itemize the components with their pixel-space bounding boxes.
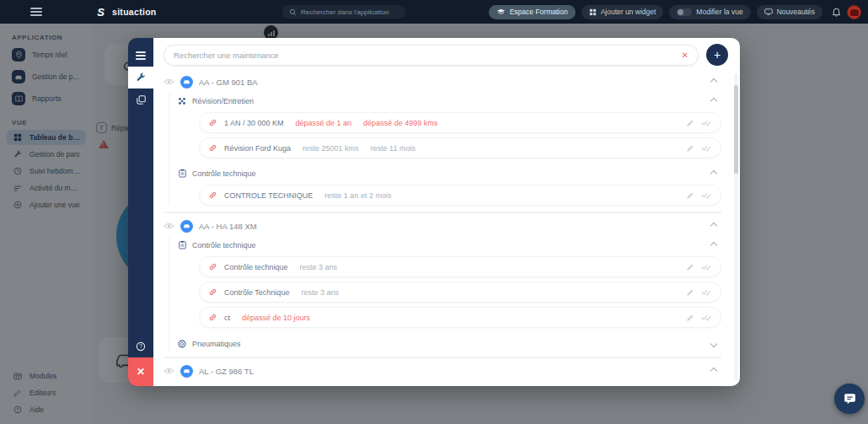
modal-menu-icon[interactable]	[128, 45, 153, 67]
vehicle-plate: AA - HA 148 XM	[199, 222, 257, 231]
menu-icon[interactable]	[30, 8, 42, 16]
modal-body: Rechercher une maintenance ✕ + AA - GM 9…	[153, 38, 740, 386]
modal-help-icon[interactable]: ?	[128, 335, 153, 357]
section-header[interactable]: Pneumatiques	[177, 336, 721, 351]
layers-copy-icon	[137, 95, 146, 105]
section-header[interactable]: Révision/Entretien	[177, 383, 721, 386]
vehicle-group-header[interactable]: AA - GM 901 BA	[163, 73, 721, 90]
clipboard-icon	[177, 169, 187, 178]
chevron-up-icon[interactable]	[710, 241, 717, 248]
edit-view-toggle-button[interactable]: Modifier la vue	[669, 5, 750, 19]
section-header[interactable]: Contrôle technique	[177, 238, 721, 252]
chevron-up-icon[interactable]	[710, 223, 717, 229]
widget-grid-icon	[589, 8, 597, 16]
chevron-up-icon[interactable]	[710, 368, 717, 374]
maintenance-search-input[interactable]: Rechercher une maintenance ✕	[163, 45, 699, 66]
vehicle-avatar	[180, 76, 193, 89]
add-widget-label: Ajouter un widget	[601, 8, 656, 16]
modal-tab-maintenance[interactable]	[128, 67, 153, 89]
chevron-up-icon[interactable]	[710, 97, 717, 104]
vehicle-avatar	[180, 220, 193, 233]
validate-double-check-icon[interactable]	[701, 263, 712, 271]
maintenance-row[interactable]: Contrôle technique reste 3 ans	[199, 256, 721, 277]
maintenance-row[interactable]: Contrôle Technique reste 3 ans	[199, 282, 721, 303]
edit-pencil-icon[interactable]	[686, 263, 694, 271]
link-icon	[208, 287, 217, 297]
maintenance-row[interactable]: ct dépassé de 10 jours	[199, 307, 721, 328]
status-remaining: reste 1 an et 2 mois	[324, 191, 391, 200]
maintenance-type-icon	[177, 386, 187, 387]
espace-formation-label: Espace Formation	[510, 8, 568, 16]
validate-double-check-icon[interactable]	[701, 191, 712, 199]
maintenance-row[interactable]: Révision Ford Kuga reste 25001 kms reste…	[199, 137, 721, 158]
chevron-down-icon[interactable]	[710, 340, 717, 346]
maintenance-list: AA - GM 901 BA Révision/Entretien 1 AN /…	[163, 69, 728, 386]
news-button[interactable]: Nouveautés	[757, 5, 822, 19]
vehicle-group-header[interactable]: AL - GZ 986 TL	[163, 362, 721, 379]
clear-search-icon[interactable]: ✕	[682, 51, 689, 60]
add-maintenance-button[interactable]: +	[706, 44, 728, 66]
modal-scrollbar[interactable]	[734, 73, 738, 381]
car-icon	[183, 223, 190, 228]
validate-double-check-icon[interactable]	[701, 119, 712, 126]
edit-view-label: Modifier la vue	[696, 8, 742, 16]
topbar: S situaction Rechercher dans l'applicati…	[0, 0, 868, 24]
app-screen: S situaction Rechercher dans l'applicati…	[0, 0, 868, 424]
status-remaining: reste 25001 kms	[303, 144, 359, 153]
section-label: Révision/Entretien	[192, 97, 254, 105]
link-icon	[208, 262, 217, 271]
status-overdue: dépassé de 10 jours	[242, 314, 310, 322]
screen-icon	[764, 8, 773, 15]
edit-pencil-icon[interactable]	[686, 119, 694, 127]
section-header[interactable]: Contrôle technique	[177, 166, 721, 180]
status-remaining: reste 11 mois	[371, 144, 415, 153]
global-search-input[interactable]: Rechercher dans l'application	[282, 5, 405, 19]
brand-logo-icon: S	[94, 6, 107, 19]
notifications-bell-icon[interactable]	[832, 8, 841, 17]
maintenance-row[interactable]: 1 AN / 30 000 KM dépassé de 1 an dépassé…	[199, 112, 721, 133]
maintenance-modal: ? ✕ Rechercher une maintenance ✕ + AA -	[128, 38, 740, 386]
edit-pencil-icon[interactable]	[686, 144, 694, 153]
brand-name: situaction	[112, 7, 157, 17]
edit-pencil-icon[interactable]	[686, 191, 694, 200]
status-remaining: reste 3 ans	[301, 288, 339, 297]
vehicle-group: AA - HA 148 XM Contrôle technique Contrô…	[163, 212, 721, 357]
chat-button[interactable]	[834, 384, 865, 414]
link-icon	[208, 143, 217, 153]
clipboard-icon	[177, 240, 187, 250]
eye-icon[interactable]	[163, 223, 174, 229]
user-avatar[interactable]	[847, 5, 861, 19]
vehicle-group-header[interactable]: AA - HA 148 XM	[163, 217, 721, 234]
add-widget-button[interactable]: Ajouter un widget	[581, 5, 664, 19]
vehicle-plate: AA - GM 901 BA	[199, 78, 258, 87]
vehicle-group: AL - GZ 986 TL Révision/Entretien 1 AN /…	[163, 357, 721, 386]
modal-tab-copy[interactable]	[128, 89, 153, 110]
maintenance-row[interactable]: CONTROLE TECHNIQUE reste 1 an et 2 mois	[199, 185, 721, 206]
scrollbar-thumb[interactable]	[734, 85, 738, 174]
section-header[interactable]: Révision/Entretien	[177, 94, 721, 108]
eye-icon[interactable]	[163, 368, 174, 374]
validate-double-check-icon[interactable]	[701, 144, 712, 152]
maintenance-search-placeholder: Rechercher une maintenance	[174, 51, 279, 60]
validate-double-check-icon[interactable]	[701, 314, 712, 321]
chevron-up-icon[interactable]	[710, 78, 717, 85]
espace-formation-button[interactable]: Espace Formation	[489, 5, 576, 19]
validate-double-check-icon[interactable]	[701, 288, 712, 296]
vehicle-group: AA - GM 901 BA Révision/Entretien 1 AN /…	[163, 69, 721, 212]
vehicle-plate: AL - GZ 986 TL	[199, 367, 254, 376]
section-label: Contrôle technique	[192, 169, 256, 178]
edit-pencil-icon[interactable]	[686, 288, 694, 297]
edit-pencil-icon[interactable]	[686, 314, 694, 322]
modal-toolbar: ? ✕	[128, 38, 153, 386]
edit-view-toggle[interactable]	[677, 8, 692, 16]
section-label: Pneumatiques	[192, 340, 241, 348]
eye-icon[interactable]	[163, 78, 174, 85]
vehicle-avatar	[180, 365, 193, 378]
svg-text:?: ?	[139, 343, 142, 349]
modal-close-button[interactable]: ✕	[128, 357, 153, 386]
chevron-up-icon[interactable]	[710, 169, 717, 176]
maintenance-name: 1 AN / 30 000 KM	[224, 119, 284, 127]
search-icon	[289, 8, 297, 16]
maintenance-name: ct	[224, 314, 230, 322]
car-icon	[183, 79, 190, 84]
